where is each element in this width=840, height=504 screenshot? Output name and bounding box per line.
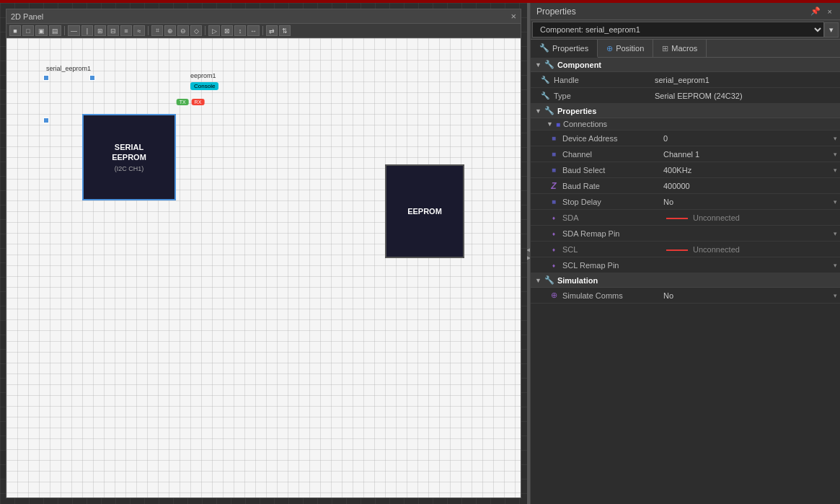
channel-value[interactable]: Channel 1 ▾ <box>660 149 840 160</box>
toolbar-sep-2 <box>148 26 149 35</box>
properties-collapse-btn[interactable]: ▼ <box>535 107 541 115</box>
toolbar-btn-15[interactable]: ▷ <box>208 25 220 36</box>
toolbar-btn-20[interactable]: ⇅ <box>279 25 291 36</box>
sda-remap-icon: ⬧ <box>548 229 560 237</box>
toolbar-btn-18[interactable]: ↔ <box>247 25 260 36</box>
sda-icon: ⬧ <box>548 213 560 221</box>
panel-title-bar: 2D Panel × <box>6 9 521 24</box>
baud-select-row: ■ Baud Select 400KHz ▾ <box>531 162 840 178</box>
eeprom2-body[interactable]: EEPROM <box>385 164 464 258</box>
properties-header: Properties 📌 × <box>531 3 840 20</box>
stop-delay-icon: ■ <box>548 198 560 205</box>
tab-macros[interactable]: ⊞ Macros <box>653 40 707 57</box>
toolbar-btn-19[interactable]: ⇄ <box>266 25 278 36</box>
component-section-icon: 🔧 <box>544 60 554 69</box>
toolbar-btn-17[interactable]: ↕ <box>234 25 246 36</box>
scl-remap-arrow: ▾ <box>834 262 837 269</box>
baud-select-value[interactable]: 400KHz ▾ <box>660 164 840 176</box>
scl-remap-value[interactable]: ▾ <box>660 260 840 270</box>
scl-value: Unconnected <box>660 244 840 255</box>
properties-section-icon: 🔧 <box>544 106 554 115</box>
simulate-comms-icon: ⊕ <box>548 291 560 300</box>
selection-handle-br <box>43 75 49 81</box>
right-panel: Properties 📌 × Component: serial_eeprom1… <box>530 3 840 504</box>
simulate-comms-value[interactable]: No ▾ <box>660 290 840 301</box>
stop-delay-row: ■ Stop Delay No ▾ <box>531 194 840 210</box>
selection-handle-bm <box>89 75 95 81</box>
toolbar-btn-5[interactable]: — <box>68 25 80 36</box>
baud-rate-value: 400000 <box>660 180 840 192</box>
rx-badge: RX <box>192 99 205 105</box>
tab-position[interactable]: ⊕ Position <box>598 40 653 57</box>
connections-collapse-btn[interactable]: ▼ <box>547 120 553 128</box>
toolbar-btn-16[interactable]: ⊠ <box>221 25 233 36</box>
toolbar-btn-10[interactable]: ≈ <box>133 25 145 36</box>
toolbar-btn-4[interactable]: ▤ <box>49 25 61 36</box>
header-close-btn[interactable]: × <box>826 6 834 17</box>
toolbar-btn-9[interactable]: ≡ <box>120 25 132 36</box>
handle-icon: 🔧 <box>539 76 551 84</box>
panel-title: 2D Panel <box>11 12 43 21</box>
sda-remap-arrow: ▾ <box>834 230 837 237</box>
component-collapse-btn[interactable]: ▼ <box>535 61 541 68</box>
serial-eeprom-body[interactable]: SERIALEEPROM (I2C CH1) <box>82 114 176 200</box>
channel-row: ■ Channel Channel 1 ▾ <box>531 146 840 162</box>
tx-rx-area: TX RX <box>177 99 205 105</box>
panel-close-button[interactable]: × <box>510 11 516 22</box>
toolbar-btn-2[interactable]: □ <box>22 25 34 36</box>
toolbar-btn-1[interactable]: ■ <box>9 25 21 36</box>
properties-section-header: ▼ 🔧 Properties <box>531 104 840 118</box>
baud-select-arrow: ▾ <box>834 167 837 174</box>
connections-icon: ■ <box>556 120 560 128</box>
component-selector[interactable]: Component: serial_eeprom1 ▾ <box>531 20 840 40</box>
sda-remap-row: ⬧ SDA Remap Pin ▾ <box>531 226 840 242</box>
properties-tabs: 🔧 Properties ⊕ Position ⊞ Macros <box>531 40 840 58</box>
sda-red-line <box>666 218 688 219</box>
simulate-comms-row: ⊕ Simulate Comms No ▾ <box>531 288 840 304</box>
simulation-section-icon: 🔧 <box>544 275 554 285</box>
toolbar-btn-3[interactable]: ▣ <box>35 25 48 36</box>
simulation-section-header: ▼ 🔧 Simulation <box>531 273 840 288</box>
sda-remap-value[interactable]: ▾ <box>660 229 840 239</box>
device-address-value[interactable]: 0 ▾ <box>660 133 840 144</box>
simulate-comms-arrow: ▾ <box>834 292 837 299</box>
sda-value: Unconnected <box>660 212 840 224</box>
panel-window: 2D Panel × ■ □ ▣ ▤ — | ⊞ ⊟ ≡ ≈ ⌗ <box>6 9 521 498</box>
component-select[interactable]: Component: serial_eeprom1 <box>532 22 824 37</box>
toolbar-btn-11[interactable]: ⌗ <box>151 25 163 36</box>
device-address-arrow: ▾ <box>834 135 837 142</box>
type-icon: 🔧 <box>539 92 551 100</box>
eeprom2-title: EEPROM <box>407 206 442 216</box>
canvas-area[interactable]: 2D Panel × ■ □ ▣ ▤ — | ⊞ ⊟ ≡ ≈ ⌗ <box>0 3 527 504</box>
serial-eeprom-subtitle: (I2C CH1) <box>115 165 144 172</box>
simulation-collapse-btn[interactable]: ▼ <box>535 277 541 284</box>
baud-rate-row: Z Baud Rate 400000 <box>531 178 840 194</box>
tab-properties[interactable]: 🔧 Properties <box>531 40 598 58</box>
toolbar-btn-12[interactable]: ⊕ <box>164 25 176 36</box>
toolbar-sep-3 <box>205 26 205 35</box>
scl-row: ⬧ SCL Unconnected <box>531 242 840 257</box>
position-icon: ⊕ <box>606 44 613 53</box>
baud-rate-icon: Z <box>548 181 560 191</box>
tx-badge: TX <box>177 99 189 105</box>
toolbar-btn-7[interactable]: ⊞ <box>94 25 106 36</box>
toolbar-btn-6[interactable]: | <box>81 25 93 36</box>
type-row: 🔧 Type Serial EEPROM (24C32) <box>531 88 840 104</box>
scl-icon: ⬧ <box>548 245 560 253</box>
console-badge: Console <box>190 82 218 90</box>
toolbar-btn-14[interactable]: ◇ <box>190 25 202 36</box>
header-pin-btn[interactable]: 📌 <box>808 6 823 17</box>
component-section-header: ▼ 🔧 Component <box>531 58 840 72</box>
toolbar-btn-13[interactable]: ⊖ <box>177 25 189 36</box>
stop-delay-value[interactable]: No ▾ <box>660 196 840 208</box>
scl-remap-icon: ⬧ <box>548 261 560 269</box>
baud-select-icon: ■ <box>548 166 560 174</box>
component-selector-dropdown-btn[interactable]: ▾ <box>824 22 839 37</box>
schematic-canvas[interactable]: serial_eeprom1 SERIALEEPROM (I2C CH1) ee… <box>6 38 521 498</box>
header-actions: 📌 × <box>808 6 834 17</box>
sda-row: ⬧ SDA Unconnected <box>531 210 840 226</box>
toolbar-sep-4 <box>262 26 263 35</box>
scl-remap-row: ⬧ SCL Remap Pin ▾ <box>531 257 840 273</box>
toolbar-btn-8[interactable]: ⊟ <box>107 25 119 36</box>
device-address-row: ■ Device Address 0 ▾ <box>531 131 840 146</box>
